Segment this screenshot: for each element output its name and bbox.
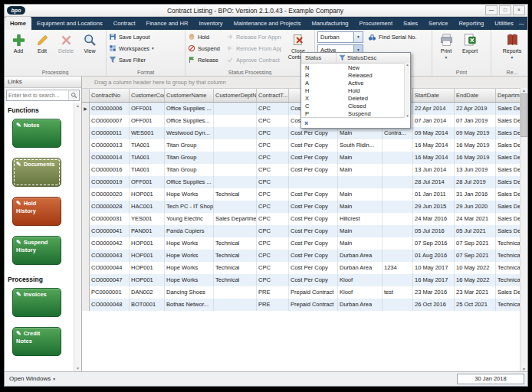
table-row[interactable]: CO0000016TIA001Titan GroupCPCCost Per Co…	[82, 164, 521, 176]
column-header-department[interactable]: Departm...	[496, 89, 521, 102]
table-row[interactable]: CO0000043HOP001Hope WorksTechnicalCPCCos…	[82, 250, 521, 262]
hold-history-button[interactable]: ✎Hold History	[12, 197, 61, 226]
scroll-up-icon[interactable]: ▲	[76, 103, 80, 108]
export-button[interactable]: Export	[458, 31, 481, 60]
column-header-customer-code[interactable]: CustomerCode	[130, 89, 165, 102]
table-row[interactable]: CO0000011WES001Westwood Dyn...CPCCost Pe…	[82, 127, 521, 139]
tab-reporting[interactable]: Reporting	[453, 17, 489, 30]
documents-button[interactable]: ✎Documents	[12, 158, 61, 187]
cell-customer-code: YES001	[130, 213, 165, 225]
view-button[interactable]: View	[78, 31, 101, 54]
approve-contract-button[interactable]: Approve Contract	[226, 54, 281, 65]
table-row[interactable]: CO0000019OFF001Office Supplies ...CPC28 …	[82, 176, 521, 188]
save-filter-button[interactable]: Save Filter	[109, 54, 182, 65]
invoices-button[interactable]: ✎Invoices	[12, 288, 61, 317]
mdi-minimize-button[interactable]: —	[519, 21, 524, 26]
cell-start-date: 24 Mar 2016	[413, 213, 455, 225]
workspaces-button[interactable]: Workspaces ▾	[109, 43, 182, 54]
status-option-released[interactable]: RReleased	[301, 71, 410, 79]
tab-service[interactable]: Service	[423, 17, 453, 30]
tab-home[interactable]: Home	[5, 17, 31, 30]
add-button[interactable]: Add	[7, 31, 30, 54]
cell-customer-dept-name	[214, 152, 257, 164]
status-option-suspend[interactable]: PSuspend	[301, 109, 410, 117]
cell-contract-no: CO0000019	[90, 176, 130, 188]
status-option-active[interactable]: AActive	[301, 79, 410, 87]
popup-column-statusdesc[interactable]: StatusDesc	[337, 53, 410, 63]
open-windows-button[interactable]: Open Windows ▾	[5, 372, 60, 386]
hold-icon	[188, 33, 195, 41]
search-icon[interactable]	[68, 90, 79, 100]
table-row[interactable]: CO0000031YES001Young ElectricSales Depar…	[82, 213, 521, 225]
status-option-hold[interactable]: HHold	[301, 87, 410, 94]
table-row[interactable]: CO0000044HOP001Hope WorksTechnicalCPCCos…	[82, 262, 521, 274]
tab-inventory[interactable]: Inventory	[193, 17, 228, 30]
table-row[interactable]: CO0000041PAN001Panda CopiersCPCCost Per …	[82, 225, 521, 237]
save-layout-button[interactable]: Save Layout	[109, 31, 182, 42]
column-header-end-date[interactable]: EndDate	[455, 89, 496, 102]
sidebar-scrollbar[interactable]: ▲ ▼	[74, 103, 81, 371]
cell-customer-name: Young Electric	[165, 213, 214, 225]
tab-procurement[interactable]: Procurement	[354, 17, 398, 30]
hold-button[interactable]: Hold	[188, 31, 223, 42]
tab-equipment-and-locations[interactable]: Equipment and Locations	[31, 17, 108, 30]
scroll-down-icon[interactable]: ▼	[522, 367, 526, 371]
cell-customer-dept-name	[214, 286, 257, 299]
remove-from-approval-button[interactable]: Remove From Approval	[226, 43, 281, 54]
search-input[interactable]	[7, 90, 68, 100]
maximize-button[interactable]: □	[499, 5, 511, 15]
scroll-up-icon[interactable]: ▲	[406, 63, 409, 67]
grid-scrollbar[interactable]: ▲ ▼	[520, 88, 527, 371]
tab-manufacturing[interactable]: Manufacturing	[306, 17, 353, 30]
site-combo[interactable]: Durban ▾	[317, 31, 363, 43]
column-header-customer-name[interactable]: CustomerName	[165, 89, 214, 102]
table-row[interactable]: CO0000048BOT0001Bothas Networ...PREPrepa…	[82, 299, 521, 311]
site-combo-dropdown-icon[interactable]: ▾	[353, 32, 363, 42]
status-option-closed[interactable]: CClosed	[301, 102, 410, 109]
suspend-history-button[interactable]: ✎Suspend History	[12, 236, 61, 265]
cell-customer-dept-name	[214, 139, 257, 152]
column-header-contract-no[interactable]: ContractNo	[90, 89, 130, 102]
release-button[interactable]: Release	[188, 54, 223, 65]
cell-department: Sales De...	[496, 139, 521, 152]
credit-notes-button[interactable]: ✎Credit Notes	[12, 327, 61, 356]
release-for-approval-button[interactable]: Release For Approval	[226, 31, 281, 42]
clear-filter-button[interactable]: ×	[301, 119, 308, 127]
tab-finance-and-hr[interactable]: Finance and HR	[141, 17, 194, 30]
minimize-button[interactable]: —	[485, 5, 498, 15]
table-row[interactable]: CO0000047HOP001Hope WorksTechnicalCPCCos…	[82, 274, 521, 286]
reports-button[interactable]: Reports ▾	[501, 31, 524, 60]
cell-customer-dept-name	[214, 299, 257, 311]
print-button[interactable]: Print ▾	[435, 31, 458, 60]
table-row[interactable]: CO0000020HOP001Hope WorksTechnicalCPCCos…	[82, 188, 521, 201]
table-row[interactable]: PC0000001DAN002Dancing ShoesPREPrepaid C…	[82, 286, 521, 299]
tab-sales[interactable]: Sales	[398, 17, 423, 30]
popup-column-status[interactable]: Status	[301, 53, 337, 63]
cell-end-date: 24 Mar 2021	[455, 213, 496, 225]
tab-contract[interactable]: Contract	[108, 17, 141, 30]
cell-site: Kloof	[338, 286, 383, 299]
cell-customer-name: Hope Works	[165, 262, 214, 274]
column-header-contract-type[interactable]: ContractT...	[257, 89, 289, 102]
table-row[interactable]: CO0000013TIA001Titan GroupCPCCost Per Co…	[82, 139, 521, 152]
tab-utilities[interactable]: Utilities	[489, 17, 518, 30]
popup-scrollbar[interactable]: ▲ ▼	[404, 63, 410, 118]
scrollbar-thumb[interactable]	[521, 93, 527, 137]
status-option-deleted[interactable]: XDeleted	[301, 94, 410, 102]
table-row[interactable]: CO0000042HOP001Hope WorksTechnicalCPCCos…	[82, 237, 521, 250]
column-header-start-date[interactable]: StartDate	[413, 89, 455, 102]
suspend-button[interactable]: Suspend	[188, 43, 223, 54]
notes-button[interactable]: ✎Notes	[12, 119, 61, 148]
scroll-down-icon[interactable]: ▼	[76, 366, 80, 371]
edit-button[interactable]: Edit	[31, 31, 54, 54]
scroll-down-icon[interactable]: ▼	[406, 114, 409, 118]
column-header-customer-dept-name[interactable]: CustomerDeptName	[214, 89, 257, 102]
table-row[interactable]: CO0000028HAC001Tech PC - IT ShopCPCCost …	[82, 201, 521, 213]
table-row[interactable]: CO0000014TIA001Titan GroupCPCCost Per Co…	[82, 152, 521, 164]
find-serial-button[interactable]: Find Serial No.	[366, 32, 419, 42]
status-option-new[interactable]: NNew	[301, 64, 410, 71]
tab-maintenance-and-projects[interactable]: Maintenance and Projects	[228, 17, 307, 30]
delete-button[interactable]: Delete	[54, 31, 77, 54]
close-button[interactable]: ×	[513, 5, 525, 15]
scroll-up-icon[interactable]: ▲	[522, 88, 526, 93]
